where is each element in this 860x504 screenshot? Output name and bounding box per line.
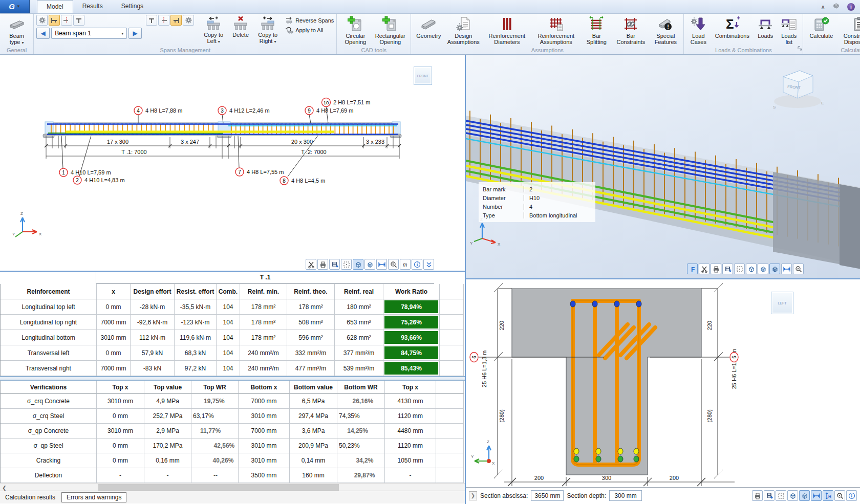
expand-panel-button[interactable]: ❯: [469, 491, 477, 500]
horizontal-scrollbar[interactable]: ❮: [0, 483, 465, 491]
info-button[interactable]: [412, 259, 422, 270]
printer-button[interactable]: [711, 264, 721, 274]
loads-list-button[interactable]: Loads list: [778, 15, 800, 47]
section-viewport[interactable]: 220 (280) 25 H6 L=1,3 m 220 (280) 25 H6 …: [466, 278, 860, 503]
load-cases-button[interactable]: Load Cases: [686, 15, 710, 47]
save-button[interactable]: [722, 264, 733, 274]
support-free-right-toggle[interactable]: [158, 15, 169, 26]
copy-to-right-button[interactable]: Copy to Right ▾: [253, 15, 282, 47]
view-orientation-badge[interactable]: FRONT: [414, 67, 432, 85]
save-button[interactable]: [329, 259, 340, 270]
next-span-button[interactable]: ▶: [128, 28, 142, 39]
circular-opening-button[interactable]: Circular Opening: [339, 15, 371, 47]
rectangular-opening-button[interactable]: Rectangular Opening: [372, 15, 408, 47]
cube-solid-dark-button[interactable]: [769, 264, 780, 274]
table-row[interactable]: Transversal right7000 mm-83 kN97,2 kN104…: [1, 361, 465, 376]
collapse-ribbon-icon[interactable]: ∧: [821, 4, 825, 11]
section-depth-input[interactable]: [609, 490, 642, 501]
save-button[interactable]: [764, 490, 775, 501]
cube-wireframe-button[interactable]: [353, 259, 363, 270]
dialog-launcher-icon[interactable]: [798, 44, 803, 53]
combinations-button[interactable]: Σ Combinations: [711, 15, 753, 47]
span-selector-dropdown[interactable]: Beam span 1▾: [51, 28, 127, 39]
tab-model[interactable]: Model: [37, 0, 73, 13]
support-free-left-toggle[interactable]: [61, 15, 72, 26]
tab-calculation-results[interactable]: Calculation results: [0, 492, 60, 502]
scissors-button[interactable]: [306, 259, 316, 270]
printer-button[interactable]: [752, 490, 763, 501]
support-right-toggle[interactable]: [170, 15, 182, 26]
select-region-button[interactable]: [734, 264, 745, 274]
stack-icon[interactable]: [832, 2, 840, 12]
tab-results[interactable]: Results: [73, 0, 112, 13]
bar-splitting-button[interactable]: Bar Splitting: [582, 15, 611, 47]
bar-constraints-button[interactable]: Bar Constraints: [612, 15, 649, 47]
beam-design-app: G▼ Model Results Settings ∧ i Beam type …: [0, 0, 860, 504]
application-menu-button[interactable]: G▼: [0, 0, 30, 13]
help-info-icon[interactable]: i: [847, 3, 855, 11]
fit-width-button[interactable]: [781, 264, 792, 274]
beam-type-button[interactable]: Beam type ▾: [3, 15, 31, 47]
reinforcement-assumptions-button[interactable]: Reinforcement Assumptions: [531, 15, 580, 47]
table-row[interactable]: σ_crq Concrete3010 mm4,9 MPa19,75%7000 m…: [1, 394, 465, 409]
view-cube[interactable]: SE FRONT: [773, 71, 824, 109]
support-simple-right-toggle[interactable]: [146, 15, 157, 26]
printer-button[interactable]: [317, 259, 328, 270]
copy-to-left-button[interactable]: Copy to Left ▾: [199, 15, 228, 47]
letter-f-button[interactable]: F: [687, 264, 698, 274]
support-right-icon: [172, 16, 180, 25]
zoom-window-button[interactable]: [793, 264, 804, 274]
scroll-left-arrow[interactable]: ❮: [0, 484, 9, 491]
scissors-button[interactable]: [699, 264, 709, 274]
cube-wireframe-button[interactable]: [787, 490, 798, 501]
collapse-panel-button[interactable]: [423, 259, 434, 270]
view-orientation-badge[interactable]: LEFT: [771, 292, 793, 314]
geometry-button[interactable]: Geometry: [414, 15, 443, 47]
tab-settings[interactable]: Settings: [112, 0, 153, 13]
special-features-button[interactable]: ! Special Features: [650, 15, 681, 47]
section-abscissa-input[interactable]: [531, 490, 564, 501]
span-settings-gear-button[interactable]: [36, 15, 48, 26]
reinforcement-diameters-button[interactable]: Reinforcement Diameters: [483, 15, 530, 47]
zoom-window-button[interactable]: [388, 259, 399, 270]
table-row[interactable]: Cracking0 mm0,16 mm40,26%3010 mm0,14 mm3…: [1, 453, 465, 468]
table-cell: -: [97, 468, 144, 483]
delete-span-button[interactable]: Delete: [229, 15, 252, 47]
design-assumptions-button[interactable]: Design Assumptions: [444, 15, 482, 47]
tab-errors-warnings[interactable]: Errors and warnings: [61, 492, 126, 502]
support-simple-left-toggle[interactable]: [73, 15, 84, 26]
table-row[interactable]: Longitudinal bottom3010 mm112 kN·m119,6 …: [1, 330, 465, 345]
table-row[interactable]: Longitudinal top right7000 mm-92,6 kN·m-…: [1, 315, 465, 330]
cube-solid-button[interactable]: [799, 490, 810, 501]
table-row[interactable]: σ_qp Steel0 mm170,2 MPa42,56%3010 mm200,…: [1, 439, 465, 453]
apply-to-all-button[interactable]: Apply to All: [285, 27, 334, 34]
calculate-button[interactable]: Calculate: [806, 15, 836, 47]
support-left-toggle[interactable]: [49, 15, 60, 26]
table-row[interactable]: Deflection----3500 mm160 mm29,87%-: [1, 468, 465, 483]
table-cell: --: [191, 468, 239, 483]
scrollbar-thumb[interactable]: [98, 484, 339, 491]
loads-button[interactable]: Loads: [754, 15, 777, 47]
elevation-viewport[interactable]: 17 x 300 3 x 247 20 x 300 3 x 233 T .1: …: [0, 55, 465, 271]
select-region-button[interactable]: [776, 490, 786, 501]
fit-height-button[interactable]: H: [823, 490, 833, 501]
reverse-spans-button[interactable]: Reverse Spans: [285, 17, 334, 24]
measure-button[interactable]: m: [400, 259, 411, 270]
table-row[interactable]: Longitudinal top left0 mm-28 kN·m-35,5 k…: [1, 299, 465, 315]
fit-width-button[interactable]: [811, 490, 822, 501]
table-cell: 252,7 MPa: [144, 409, 191, 424]
viewport-3d[interactable]: SE FRONT Z X Y: [466, 55, 860, 278]
span-settings-gear2-button[interactable]: [183, 15, 194, 26]
info-button[interactable]: [846, 490, 857, 501]
table-row[interactable]: σ_qp Concrete3010 mm2,9 MPa11,77%7000 mm…: [1, 424, 465, 439]
cube-wireframe-button[interactable]: [746, 264, 757, 274]
cube-solid-button[interactable]: [758, 264, 768, 274]
table-row[interactable]: Transversal left0 mm57,9 kN68,3 kN104240…: [1, 345, 465, 361]
previous-span-button[interactable]: ◀: [36, 28, 50, 39]
zoom-window-button[interactable]: [834, 490, 845, 501]
fit-width-button[interactable]: [376, 259, 387, 270]
constructive-dispositions-button[interactable]: Constructive Dispositions: [837, 15, 860, 47]
cube-solid-button[interactable]: [364, 259, 375, 270]
select-region-button[interactable]: [341, 259, 352, 270]
table-row[interactable]: σ_crq Steel0 mm252,7 MPa63,17%3010 mm297…: [1, 409, 465, 424]
